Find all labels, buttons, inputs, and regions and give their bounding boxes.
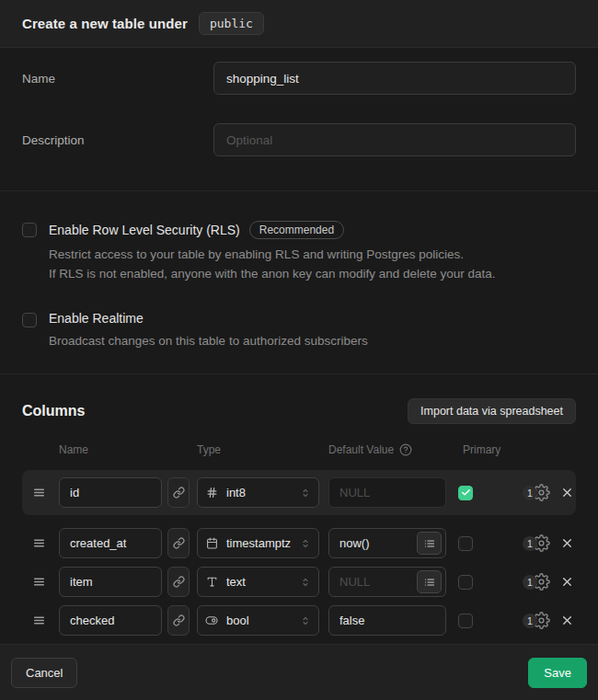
- column-row-checked: bool 1: [0, 605, 598, 636]
- cancel-button[interactable]: Cancel: [11, 658, 77, 688]
- options-section: Enable Row Level Security (RLS) Recommen…: [0, 191, 598, 374]
- default-value-input[interactable]: [329, 575, 417, 589]
- toggle-icon: [205, 614, 218, 626]
- calendar-icon: [205, 537, 218, 549]
- column-rows: int8 1: [0, 477, 598, 636]
- default-suggestions-button[interactable]: [417, 532, 442, 555]
- remove-column-button[interactable]: [560, 614, 574, 627]
- description-row: Description: [22, 123, 576, 156]
- close-icon: [560, 536, 574, 550]
- panel-header: Create a new table under public: [0, 0, 598, 48]
- close-icon: [560, 486, 574, 499]
- column-name-input[interactable]: [59, 477, 162, 508]
- column-row-item: text 1: [0, 567, 598, 597]
- default-value-field: [328, 567, 446, 597]
- settings-count-badge: 1: [523, 614, 537, 628]
- table-description-input[interactable]: [213, 123, 576, 156]
- list-icon: [424, 577, 435, 588]
- save-button[interactable]: Save: [528, 658, 587, 688]
- rls-option: Enable Row Level Security (RLS) Recommen…: [22, 221, 576, 283]
- foreign-key-link-button[interactable]: [167, 528, 190, 558]
- drag-handle-icon[interactable]: [32, 487, 46, 499]
- settings-count-badge: 1: [523, 486, 537, 500]
- default-suggestions-button[interactable]: [417, 570, 442, 593]
- link-icon: [173, 576, 185, 588]
- column-type-select[interactable]: bool: [197, 605, 319, 636]
- header-name: Name: [59, 443, 88, 456]
- check-icon: [461, 488, 471, 498]
- realtime-checkbox[interactable]: [22, 313, 37, 327]
- drag-handle-icon[interactable]: [32, 614, 46, 626]
- hash-icon: [205, 487, 218, 499]
- foreign-key-link-button[interactable]: [167, 605, 190, 636]
- primary-checkbox[interactable]: [458, 614, 473, 628]
- chevron-up-down-icon: [300, 537, 311, 550]
- column-type-select[interactable]: timestamptz: [197, 528, 319, 558]
- basic-info-section: Name Description: [0, 48, 598, 191]
- column-row-created-at: timestamptz 1: [0, 528, 598, 558]
- default-value-field: [328, 528, 446, 558]
- default-value-field: [328, 605, 446, 636]
- column-name-input[interactable]: [59, 567, 162, 597]
- primary-checkbox[interactable]: [458, 575, 473, 590]
- realtime-label: Enable Realtime: [49, 311, 144, 326]
- name-label: Name: [22, 72, 213, 86]
- chevron-up-down-icon: [300, 576, 311, 589]
- remove-column-button[interactable]: [560, 486, 574, 499]
- link-icon: [173, 487, 185, 499]
- header-default-value: Default Value: [328, 443, 412, 456]
- link-icon: [173, 614, 185, 626]
- close-icon: [560, 575, 574, 589]
- column-name-input[interactable]: [59, 528, 162, 558]
- settings-count-badge: 1: [523, 575, 537, 590]
- remove-column-button[interactable]: [560, 536, 574, 550]
- chevron-up-down-icon: [300, 487, 311, 499]
- header-type: Type: [197, 443, 221, 456]
- default-value-input: [329, 486, 442, 499]
- rls-checkbox[interactable]: [22, 223, 37, 237]
- columns-title: Columns: [22, 403, 85, 419]
- table-name-input[interactable]: [213, 62, 576, 95]
- schema-badge: public: [199, 12, 264, 35]
- foreign-key-link-button[interactable]: [167, 477, 190, 508]
- panel-title: Create a new table under: [22, 16, 188, 31]
- columns-section: Columns Import data via spreadsheet Name…: [0, 374, 598, 644]
- settings-count-badge: 1: [523, 536, 537, 551]
- column-name-input[interactable]: [59, 605, 162, 636]
- list-icon: [424, 538, 435, 549]
- primary-checkbox[interactable]: [458, 486, 473, 500]
- create-table-panel: Create a new table under public Name Des…: [0, 0, 598, 700]
- help-circle-icon[interactable]: [399, 443, 412, 456]
- drag-handle-icon[interactable]: [32, 537, 46, 549]
- realtime-description: Broadcast changes on this table to autho…: [49, 331, 368, 350]
- default-value-input[interactable]: [329, 614, 442, 627]
- remove-column-button[interactable]: [560, 575, 574, 589]
- default-value-input[interactable]: [329, 536, 417, 550]
- drag-handle-icon[interactable]: [32, 576, 46, 588]
- column-type-select[interactable]: int8: [197, 477, 319, 508]
- import-spreadsheet-button[interactable]: Import data via spreadsheet: [408, 398, 576, 424]
- column-type-select[interactable]: text: [197, 567, 319, 597]
- columns-grid-headers: Name Type Default Value Primary: [0, 443, 598, 457]
- default-value-field: [328, 477, 446, 508]
- close-icon: [560, 614, 574, 627]
- text-type-icon: [205, 576, 218, 588]
- header-primary: Primary: [463, 443, 500, 456]
- rls-label: Enable Row Level Security (RLS): [49, 223, 240, 237]
- panel-footer: Cancel Save: [0, 644, 598, 700]
- name-row: Name: [22, 62, 576, 95]
- foreign-key-link-button[interactable]: [167, 567, 190, 597]
- rls-description: Restrict access to your table by enablin…: [49, 245, 496, 283]
- realtime-option: Enable Realtime Broadcast changes on thi…: [22, 311, 576, 350]
- chevron-up-down-icon: [300, 614, 311, 627]
- link-icon: [173, 537, 185, 549]
- column-row-id: int8 1: [0, 477, 598, 508]
- description-label: Description: [22, 133, 213, 147]
- recommended-badge: Recommended: [249, 221, 344, 239]
- primary-checkbox[interactable]: [458, 536, 473, 551]
